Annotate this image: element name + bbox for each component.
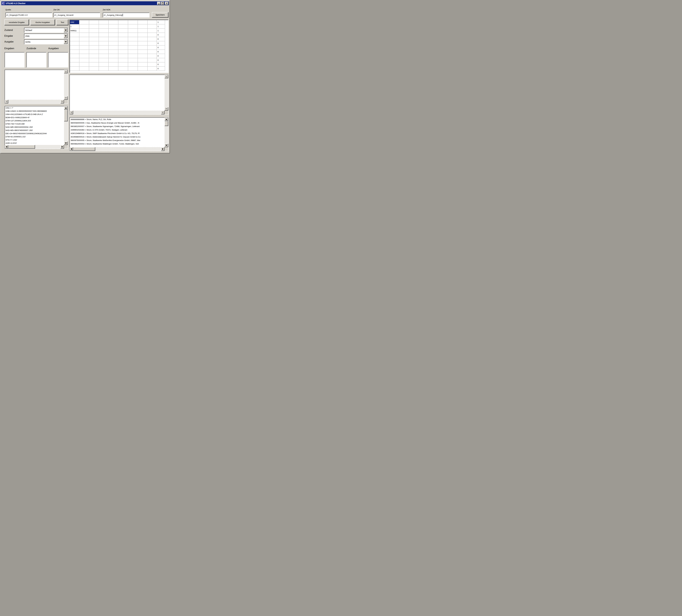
scroll-up-button[interactable] [64,106,68,110]
grid-cell[interactable] [99,37,109,41]
grid-cell[interactable] [109,24,118,29]
directory-item[interactable]: 9800084000005 = Gas, Stadtwerke Neuss En… [70,121,164,125]
grid-cell[interactable] [79,58,89,62]
grid-cell[interactable] [147,50,157,54]
grid-cell[interactable] [138,62,147,67]
grid-cell[interactable] [79,24,89,29]
grid-cell[interactable] [128,41,138,46]
scrollbar-thumb[interactable] [64,110,68,122]
grid-count-cell[interactable]: 0 [157,58,165,62]
horizontal-scrollbar[interactable] [70,147,164,151]
grid-cell[interactable] [79,62,89,67]
message-grid[interactable]: UNZ1 11 0406111 0 0 0 0 0 0 0 0 0 [69,20,168,73]
ausgaben-listbox[interactable] [48,52,68,67]
grid-cell[interactable] [79,20,89,24]
grid-cell[interactable] [79,37,89,41]
grid-cell[interactable] [118,50,128,54]
grid-count-cell[interactable]: 1 [157,24,165,29]
grid-cell[interactable] [70,37,79,41]
grid-cell[interactable] [128,24,138,29]
scroll-right-button[interactable] [61,145,64,149]
grid-cell[interactable] [109,67,118,71]
scroll-right-button[interactable] [61,100,64,104]
grid-cell[interactable] [79,50,89,54]
grid-cell[interactable] [70,46,79,50]
grid-count-cell[interactable]: 0 [157,50,165,54]
grid-count-cell[interactable]: 0 [157,62,165,67]
grid-cell[interactable]: 040611 [70,29,79,33]
edifact-textarea[interactable]: UNA:+.? ' UNB+UNOC:3+9900005000007:500+9… [4,106,68,149]
grid-cell[interactable] [109,41,118,46]
scroll-down-button[interactable] [164,107,168,111]
eingabe-combobox[interactable]: UNA [24,34,68,39]
grid-cell[interactable] [138,54,147,58]
minimize-button[interactable] [157,2,161,5]
grid-cell[interactable] [89,29,99,33]
grid-cell[interactable] [147,33,157,37]
grid-cell[interactable] [79,46,89,50]
grid-cell[interactable] [79,41,89,46]
ausgabe-combobox[interactable]: nichts [24,39,68,44]
grid-cell[interactable] [109,58,118,62]
grid-cell[interactable] [99,54,109,58]
grid-cell[interactable] [128,58,138,62]
results-textarea[interactable] [69,74,168,115]
grid-cell[interactable] [70,50,79,54]
grid-cell[interactable] [109,33,118,37]
scrollbar-thumb[interactable] [164,121,168,126]
grid-cell[interactable] [128,54,138,58]
grid-cell[interactable] [89,54,99,58]
grid-cell[interactable] [118,67,128,71]
grid-cell[interactable] [99,24,109,29]
grid-cell[interactable] [138,58,147,62]
grid-cell[interactable] [99,50,109,54]
grid-count-cell[interactable]: 0 [157,41,165,46]
grid-cell[interactable] [147,41,157,46]
grid-cell[interactable] [118,54,128,58]
grid-cell[interactable] [147,20,157,24]
grid-cell[interactable] [138,20,147,24]
grid-cell[interactable] [99,62,109,67]
grid-cell[interactable] [89,67,99,71]
close-button[interactable]: × [165,2,168,5]
scroll-up-button[interactable] [164,75,168,78]
scroll-left-button[interactable] [70,111,73,114]
grid-count-cell[interactable]: 1 [157,29,165,33]
zustand-dropdown-button[interactable] [64,28,68,32]
grid-cell[interactable] [99,33,109,37]
scroll-right-button[interactable] [161,111,164,114]
grid-cell[interactable] [70,62,79,67]
grid-cell[interactable] [138,50,147,54]
detail-textarea[interactable] [4,70,68,104]
grid-cell[interactable] [118,62,128,67]
grid-cell[interactable] [89,20,99,24]
grid-cell[interactable]: 1 [70,24,79,29]
grid-cell[interactable] [99,41,109,46]
scroll-left-button[interactable] [5,100,8,104]
directory-item[interactable]: 9900662000003 = Strom, Stadtwerke Waibli… [70,142,164,146]
grid-cell[interactable] [79,67,89,71]
grid-cell[interactable] [147,54,157,58]
speichern-button[interactable]: Speichern [152,12,168,18]
directory-item[interactable]: 4260154980016 = Strom, SWP Stadtwerke Pf… [70,132,164,135]
grid-count-cell[interactable]: 1 [157,20,165,24]
grid-count-cell[interactable]: 0 [157,54,165,58]
grid-cell[interactable] [79,54,89,58]
grid-cell[interactable] [89,50,99,54]
grid-cell[interactable] [70,33,79,37]
grid-cell[interactable] [70,41,79,46]
directory-item[interactable]: 8888888888886 = Strom, Name, PLZ, Ort, R… [70,118,164,121]
grid-cell[interactable] [138,33,147,37]
grid-cell[interactable] [89,37,99,41]
grid-cell[interactable] [109,54,118,58]
grid-cell[interactable] [70,67,79,71]
grid-cell[interactable] [147,62,157,67]
zustaende-listbox[interactable] [26,52,46,67]
grid-cell[interactable] [147,24,157,29]
grid-cell[interactable] [138,24,147,29]
directory-item[interactable]: 4399902034364 = Strom, E.VITA GmbH, 7037… [70,128,164,132]
grid-cell[interactable] [118,29,128,33]
grid-cell[interactable] [118,41,128,46]
grid-cell[interactable] [128,37,138,41]
grid-cell[interactable] [147,46,157,50]
